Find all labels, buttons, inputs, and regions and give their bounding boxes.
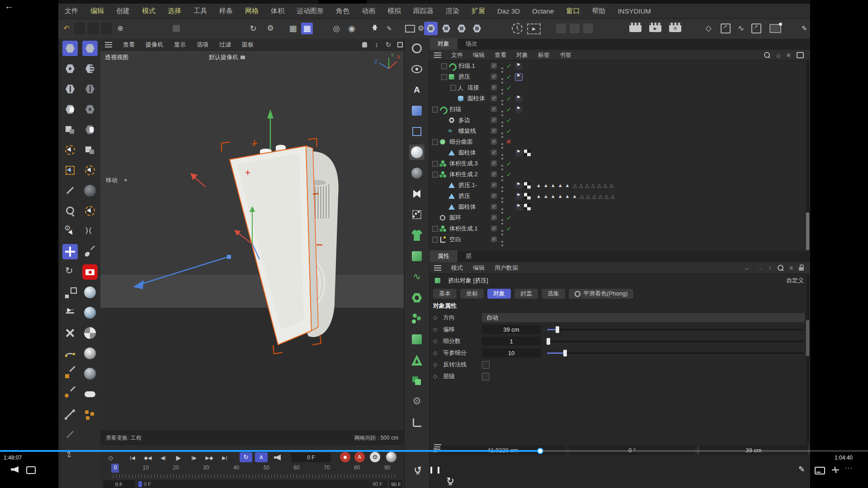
texture-mode-icon[interactable] (82, 102, 98, 117)
next-key-icon[interactable]: ▶◆ (203, 453, 216, 463)
annotate-pencil-icon[interactable]: ✎ (799, 23, 809, 34)
checkbox[interactable] (482, 373, 490, 380)
object-row[interactable]: 多边 (429, 115, 810, 126)
object-tag[interactable] (524, 150, 531, 156)
object-row[interactable]: 圆柱体 (429, 147, 810, 158)
object-row[interactable]: 挤压 ▲▲▲▲▲▲ △△△△△△ (429, 191, 810, 202)
layers-green-icon[interactable] (409, 373, 425, 389)
menu-item[interactable]: 选择 (168, 7, 181, 15)
forward-button[interactable]: ↻30 (445, 475, 456, 486)
live-selection-icon[interactable] (62, 142, 78, 158)
attribute-tab-button[interactable]: 坐标 (460, 289, 484, 299)
window-cloud-icon[interactable] (769, 24, 781, 33)
loop-toggle[interactable]: ↻ (240, 452, 252, 462)
sound-toggle-icon[interactable] (274, 455, 281, 460)
object-menu-item[interactable]: 书签 (560, 51, 571, 59)
edit-toggle-icon[interactable] (491, 225, 497, 231)
enable-state-icon[interactable] (506, 61, 514, 71)
pill-icon[interactable] (82, 386, 98, 402)
axis-lock-button[interactable] (74, 23, 85, 34)
back-arrow-icon[interactable]: ← (5, 1, 14, 11)
menu-item[interactable]: 模式 (142, 7, 156, 15)
sphere-white-icon[interactable] (409, 145, 425, 160)
frame-ruler[interactable]: 0102030405060708090 (100, 465, 402, 471)
selection-tags-hollow[interactable]: △△△△△△△ (573, 183, 615, 188)
object-row[interactable]: 圆柱体 (429, 93, 810, 104)
expand-panel-icon[interactable] (797, 52, 804, 58)
viewport-menu-item[interactable]: 面板 (242, 41, 254, 49)
menu-item[interactable]: INSYDIUM (618, 7, 651, 15)
checkbox[interactable] (482, 361, 490, 369)
edit-toggle-icon[interactable] (491, 171, 497, 177)
menu-item[interactable]: 编辑 (90, 7, 104, 15)
axis-lock-button[interactable] (88, 23, 99, 34)
model-mode-icon[interactable] (82, 41, 98, 56)
edit-toggle-icon[interactable] (491, 117, 497, 123)
value-field[interactable]: 10 (482, 348, 541, 357)
play-button[interactable]: ▶ (172, 453, 185, 463)
current-frame-field[interactable]: 0 F (291, 453, 331, 462)
enable-state-icon[interactable] (506, 82, 514, 93)
snap-grid-active-icon[interactable]: ▦ (301, 23, 313, 34)
symmetry-icon[interactable] (82, 224, 98, 239)
custom-label[interactable]: 自定义 (786, 277, 804, 285)
edit-toggle-icon[interactable] (491, 193, 497, 199)
autokey-record-button[interactable]: A (354, 452, 365, 462)
expand-toggle[interactable] (441, 74, 447, 80)
attribute-tab-button[interactable]: 封盖 (514, 289, 538, 299)
3d-model[interactable] (100, 51, 404, 430)
enable-state-icon[interactable] (506, 71, 514, 82)
object-row[interactable]: 扫描.1 (429, 61, 810, 71)
edit-toggle-icon[interactable] (491, 139, 497, 145)
polygons-mode-icon[interactable] (62, 122, 78, 137)
edit-toggle-icon[interactable] (491, 215, 497, 221)
expand-toggle[interactable] (432, 107, 438, 113)
cube-green-icon[interactable] (409, 332, 425, 347)
object-row[interactable]: 体积生成.2 (429, 169, 810, 180)
keyframe-diamond-icon[interactable]: ◇ (433, 361, 443, 368)
expand-toggle[interactable] (432, 237, 438, 243)
cube-blue-icon[interactable] (409, 103, 425, 118)
selection-tags-hollow[interactable]: △△△△△△ (580, 193, 617, 199)
object-name[interactable]: 圆柱体 (458, 203, 476, 211)
live-selection-icon[interactable] (82, 203, 98, 219)
slider[interactable] (547, 341, 804, 342)
range-start-field[interactable]: 0 F (103, 480, 135, 488)
corner-icon[interactable] (409, 415, 425, 430)
edit-toggle-icon[interactable] (491, 74, 497, 80)
maximize-view-icon[interactable] (396, 41, 404, 49)
menu-item[interactable]: 窗口 (566, 7, 580, 15)
hex-mode-icon[interactable] (455, 22, 468, 35)
cube-green-icon[interactable] (409, 249, 425, 264)
pen-tool-icon[interactable] (62, 183, 78, 198)
viewport-menu-item[interactable]: 查看 (123, 41, 135, 49)
edit-pencil-icon[interactable]: ✎ (798, 465, 805, 474)
slider-handle[interactable] (556, 326, 559, 333)
polygons-mode-icon[interactable] (82, 142, 98, 158)
playback-marquee-icon[interactable]: ▶ (527, 23, 541, 34)
value-field[interactable]: 39 cm (482, 325, 541, 334)
menu-item[interactable]: 渲染 (446, 7, 459, 15)
swatch-icon[interactable] (173, 25, 180, 32)
object-row[interactable]: 挤压 (429, 71, 810, 82)
points-mode-icon[interactable] (62, 102, 78, 117)
object-name[interactable]: 体积生成.3 (449, 160, 478, 168)
menu-item[interactable]: 体积 (271, 7, 284, 15)
material-sphere-icon[interactable] (82, 305, 98, 320)
object-name[interactable]: 螺旋线 (458, 127, 476, 135)
view-label[interactable]: 透视视图 (105, 53, 128, 61)
object-name[interactable]: 连接 (467, 84, 479, 92)
magnifier-icon[interactable] (62, 203, 78, 219)
slider[interactable] (547, 329, 804, 330)
keyframe-diamond-icon[interactable]: ◇ (433, 373, 443, 380)
move-tool-icon[interactable] (62, 244, 78, 259)
enable-state-icon[interactable] (506, 223, 514, 234)
tshirt-icon[interactable] (409, 228, 425, 243)
enable-state-icon[interactable] (506, 212, 514, 223)
hamburger-icon[interactable] (434, 52, 441, 53)
menu-item[interactable]: 角色 (336, 7, 349, 15)
render-sphere-button[interactable] (386, 452, 396, 462)
object-menu-item[interactable]: 对象 (516, 51, 528, 59)
filter-icon[interactable]: ≡ (789, 264, 793, 272)
selection-tags-filled[interactable]: ▲▲▲▲▲▲ (536, 193, 579, 199)
